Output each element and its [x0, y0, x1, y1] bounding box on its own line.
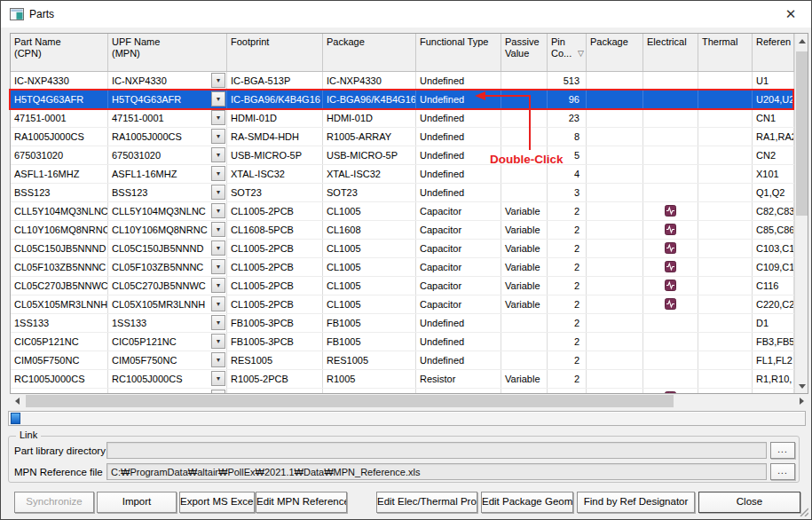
cell-text: CIC05P121NC	[112, 336, 177, 347]
cell-passive_value: Variable	[501, 277, 548, 295]
cell-electrical	[643, 165, 698, 183]
table-row[interactable]: BSS123BSS123▾SOT23SOT23Undefined3Q1,Q2	[11, 184, 794, 202]
mpn-dropdown-button[interactable]: ▾	[211, 352, 225, 367]
cell-electrical	[643, 240, 698, 257]
button-import[interactable]: Import	[97, 492, 177, 513]
cell-text: CL10Y106MQ8NRNC	[112, 225, 208, 235]
mpn-dropdown-button[interactable]: ▾	[211, 147, 225, 162]
button-find-by-ref-designator[interactable]: Find by Ref Designator	[577, 492, 695, 513]
cell-passive_value	[501, 314, 548, 332]
column-header-package2[interactable]: Package	[587, 34, 643, 71]
column-header-reference[interactable]: Referen	[753, 34, 794, 71]
resize-grip-icon[interactable]	[797, 505, 808, 516]
cell-package: FB1005	[323, 314, 416, 332]
table-row[interactable]: CL05C150JB5NNNDCL05C150JB5NNND▾CL1005-2P…	[11, 240, 794, 258]
table-row[interactable]: ASFL1-16MHZASFL1-16MHZ▾XTAL-ISC32XTAL-IS…	[11, 165, 794, 184]
table-row[interactable]: CLL5Y104MQ3NLNCCLL5Y104MQ3NLNC▾CL1005-2P…	[11, 202, 794, 221]
vertical-scrollbar[interactable]	[794, 34, 808, 393]
table-row[interactable]: IC-NXP4330IC-NXP4330▾IC-BGA-513PIC-NXP43…	[11, 72, 794, 91]
mpn-dropdown-button[interactable]: ▾	[211, 371, 225, 386]
table-row[interactable]: CL05C270JB5NNWCCL05C270JB5NNWC▾CL1005-2P…	[11, 277, 794, 295]
column-header-cpn[interactable]: Part Name (CPN)	[11, 34, 108, 71]
cell-text: IC-NXP4330	[112, 75, 167, 86]
table-row[interactable]: CL10Y106MQ8NRNCCL10Y106MQ8NRNC▾CL1608-5P…	[11, 221, 794, 240]
mpn-dropdown-button[interactable]: ▾	[211, 278, 225, 293]
table-row[interactable]: RA1005J000CSRA1005J000CS▾RA-SMD4-HDHR100…	[11, 128, 794, 146]
close-icon[interactable]: ✕	[782, 6, 800, 22]
cell-cpn: CL05C270JB5NNWC	[11, 277, 108, 295]
mpn-dropdown-button[interactable]: ▾	[211, 73, 225, 88]
mpn-dropdown-button[interactable]: ▾	[211, 296, 225, 311]
scroll-up-icon[interactable]	[795, 34, 808, 48]
mpn-dropdown-button[interactable]: ▾	[211, 222, 225, 237]
mpn-dropdown-button[interactable]: ▾	[211, 91, 225, 106]
list-position-slider-thumb[interactable]	[11, 413, 20, 424]
cell-pin_count: 2	[548, 295, 587, 313]
mpn-dropdown-button[interactable]: ▾	[211, 203, 225, 218]
table-row[interactable]: 1SS1331SS133▾FB1005-3PCBFB1005Undefined2…	[11, 314, 794, 333]
column-header-functional_type[interactable]: Functional Type	[416, 34, 501, 71]
table-row[interactable]: CIM05F750NCCIM05F750NC▾RES1005RES1005Und…	[11, 351, 794, 370]
mpn-reference-file-input[interactable]	[106, 463, 767, 480]
column-header-electrical[interactable]: Electrical	[643, 34, 698, 71]
cell-footprint: CL1608-5PCB	[227, 221, 323, 239]
mpn-dropdown-button[interactable]: ▾	[211, 110, 225, 125]
column-header-passive_value[interactable]: Passive Value	[501, 34, 548, 71]
button-edit-elec-thermal-prop[interactable]: Edit Elec/Thermal Prop	[376, 492, 477, 513]
table-row[interactable]: H5TQ4G63AFRH5TQ4G63AFR▾IC-BGA96/K4B4G16I…	[11, 91, 794, 109]
column-header-footprint[interactable]: Footprint	[227, 34, 323, 71]
mpn-dropdown-button[interactable]: ▾	[211, 185, 225, 200]
cell-package2	[587, 277, 643, 295]
mpn-dropdown-button[interactable]: ▾	[211, 259, 225, 274]
part-library-directory-input[interactable]	[106, 442, 767, 459]
table-row[interactable]: 675031020675031020▾USB-MICRO-5PUSB-MICRO…	[11, 146, 794, 165]
vertical-scrollbar-thumb[interactable]	[796, 51, 808, 216]
button-edit-package-geom[interactable]: Edit Package Geom	[481, 492, 573, 513]
cell-pin_count: 4	[548, 165, 587, 183]
scroll-right-icon[interactable]	[794, 394, 808, 408]
table-row[interactable]: CIC05P121NCCIC05P121NC▾FB1005-3PCBFB1005…	[11, 333, 794, 351]
table-row[interactable]: RC1005J000CSRC1005J000CS▾R1005-2PCBR1005…	[11, 370, 794, 389]
scroll-left-icon[interactable]	[10, 394, 24, 408]
cell-functional_type: Undefined	[416, 333, 501, 351]
window-title: Parts	[29, 8, 54, 20]
mpn-dropdown-button[interactable]: ▾	[211, 129, 225, 144]
cell-mpn: CIC05P121NC▾	[108, 333, 227, 351]
horizontal-scrollbar[interactable]	[10, 394, 808, 408]
cell-mpn: CL10Y106MQ8NRNC▾	[108, 221, 227, 239]
table-row[interactable]: 47151-000147151-0001▾HDMI-01DHDMI-01DUnd…	[11, 109, 794, 128]
mpn-dropdown-button[interactable]: ▾	[211, 240, 225, 256]
button-edit-mpn-reference[interactable]: Edit MPN Reference	[256, 492, 347, 513]
cell-reference: U1	[753, 72, 794, 90]
column-header-mpn[interactable]: UPF Name (MPN)	[108, 34, 227, 71]
cell-footprint: CL1005-2PCB	[227, 277, 323, 295]
cell-functional_type: Capacitor	[416, 240, 501, 257]
mpn-dropdown-button[interactable]: ▾	[211, 334, 225, 349]
cell-footprint: CL1005-2PCB	[227, 258, 323, 276]
cell-cpn: 1SS133	[11, 314, 108, 332]
table-row[interactable]: CL05X105MR3LNNHCL05X105MR3LNNH▾CL1005-2P…	[11, 295, 794, 314]
button-close[interactable]: Close	[698, 492, 800, 513]
cell-passive_value	[501, 351, 548, 369]
column-header-pin_count[interactable]: Pin Co...▽	[548, 34, 587, 71]
list-position-slider[interactable]	[8, 411, 806, 426]
column-header-thermal[interactable]: Thermal	[698, 34, 753, 71]
mpn-dropdown-button[interactable]: ▾	[211, 166, 225, 181]
part-library-browse-button[interactable]: ...	[770, 442, 795, 459]
column-header-package[interactable]: Package	[323, 34, 416, 71]
cell-package2	[587, 72, 643, 90]
cell-pin_count: 2	[548, 258, 587, 276]
horizontal-scrollbar-thumb[interactable]	[26, 395, 674, 407]
mpn-reference-browse-button[interactable]: ...	[770, 463, 795, 480]
cell-electrical	[643, 370, 698, 388]
cell-electrical	[643, 72, 698, 90]
cell-functional_type: Capacitor	[416, 277, 501, 295]
mpn-dropdown-button[interactable]: ▾	[211, 315, 225, 330]
scroll-down-icon[interactable]	[795, 379, 808, 393]
cell-cpn: H5TQ4G63AFR	[11, 91, 108, 108]
cell-mpn: CL05F103ZB5NNNC▾	[108, 258, 227, 276]
cell-functional_type: Undefined	[416, 314, 501, 332]
button-export-ms-excel[interactable]: Export MS Excel	[179, 492, 255, 513]
cell-pin_count: 2	[548, 370, 587, 388]
table-row[interactable]: CL05F103ZB5NNNCCL05F103ZB5NNNC▾CL1005-2P…	[11, 258, 794, 277]
